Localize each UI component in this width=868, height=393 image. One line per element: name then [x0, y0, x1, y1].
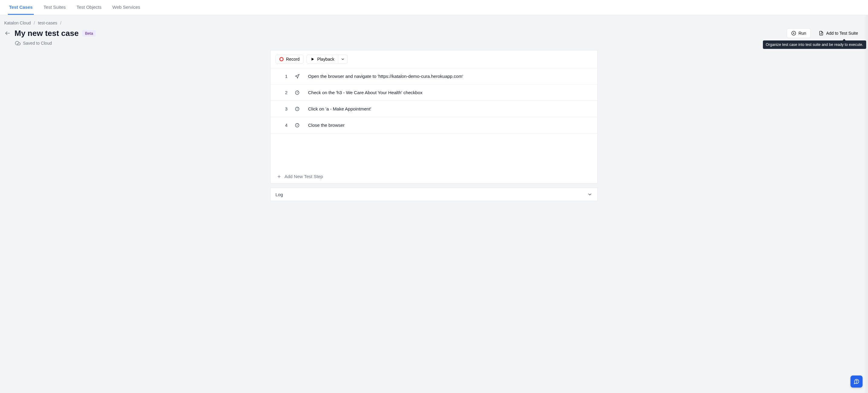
svg-marker-5 — [312, 58, 314, 60]
log-title: Log — [275, 192, 283, 197]
page-title: My new test case — [14, 29, 79, 38]
help-chat-icon — [854, 379, 860, 385]
tab-test-objects[interactable]: Test Objects — [75, 0, 103, 15]
breadcrumb-sep: / — [34, 21, 35, 25]
file-plus-icon — [819, 31, 824, 36]
record-button-label: Record — [286, 57, 300, 62]
add-step-label: Add New Test Step — [284, 174, 323, 179]
svg-point-12 — [297, 125, 297, 125]
breadcrumb: Katalon Cloud / test-cases / — [4, 21, 864, 28]
svg-point-10 — [297, 109, 297, 109]
play-icon — [310, 57, 315, 61]
chevron-down-icon — [341, 57, 345, 61]
svg-point-8 — [297, 92, 297, 93]
record-button[interactable]: Record — [275, 55, 304, 64]
step-description: Click on 'a - Make Appointment' — [308, 106, 371, 111]
add-new-test-step-button[interactable]: Add New Test Step — [271, 170, 597, 183]
step-row[interactable]: 1 Open the browser and navigate to 'http… — [271, 68, 597, 85]
record-icon — [279, 57, 284, 61]
saved-status-row: Saved to Cloud — [4, 40, 864, 50]
svg-marker-2 — [793, 32, 794, 34]
playback-button-label: Playback — [317, 57, 334, 62]
step-description: Check on the 'h3 - We Care About Your He… — [308, 90, 423, 95]
add-to-test-suite-label: Add to Test Suite — [826, 31, 858, 36]
step-row[interactable]: 4 Close the browser — [271, 117, 597, 133]
run-button-label: Run — [799, 31, 806, 36]
target-icon — [295, 90, 301, 95]
scrollbar-edge — [864, 15, 868, 393]
beta-badge: Beta — [82, 30, 96, 36]
step-row[interactable]: 2 Check on the 'h3 - We Care About Your … — [271, 85, 597, 101]
tab-test-suites[interactable]: Test Suites — [42, 0, 67, 15]
target-icon — [295, 123, 301, 128]
add-to-suite-tooltip: Organize test case into test suite and b… — [763, 40, 866, 49]
log-panel-header[interactable]: Log — [270, 188, 598, 201]
saved-status-label: Saved to Cloud — [23, 41, 52, 45]
breadcrumb-sep: / — [60, 21, 61, 25]
play-circle-icon — [791, 31, 796, 36]
navigate-icon — [295, 74, 301, 79]
playback-button[interactable]: Playback — [307, 55, 338, 64]
step-number: 2 — [275, 90, 287, 95]
cloud-check-icon — [15, 40, 21, 46]
run-button[interactable]: Run — [787, 28, 811, 38]
plus-icon — [277, 174, 281, 179]
step-row[interactable]: 3 Click on 'a - Make Appointment' — [271, 101, 597, 117]
breadcrumb-level1[interactable]: test-cases — [38, 21, 57, 25]
svg-marker-6 — [296, 74, 299, 78]
target-icon — [295, 106, 301, 111]
playback-dropdown-button[interactable] — [338, 55, 348, 64]
tab-test-cases[interactable]: Test Cases — [8, 0, 34, 15]
svg-point-15 — [856, 383, 857, 383]
breadcrumb-root[interactable]: Katalon Cloud — [4, 21, 31, 25]
steps-list: 1 Open the browser and navigate to 'http… — [271, 68, 597, 170]
help-fab-button[interactable] — [850, 375, 863, 388]
add-to-test-suite-button[interactable]: Add to Test Suite — [814, 28, 863, 38]
step-number: 4 — [275, 123, 287, 128]
back-arrow-icon[interactable] — [4, 30, 11, 36]
steps-panel: Record Playback — [270, 50, 598, 184]
step-description: Close the browser — [308, 123, 345, 128]
tab-web-services[interactable]: Web Services — [111, 0, 141, 15]
top-tabs: Test Cases Test Suites Test Objects Web … — [0, 0, 868, 15]
chevron-down-icon — [587, 192, 593, 197]
step-number: 3 — [275, 106, 287, 111]
step-number: 1 — [275, 74, 287, 79]
step-description: Open the browser and navigate to 'https:… — [308, 74, 463, 79]
